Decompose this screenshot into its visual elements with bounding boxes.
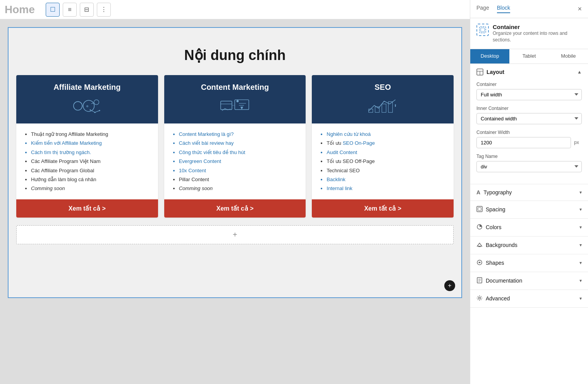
card-content-body: Content Marketing là gì? Cách viết bài r… xyxy=(164,123,306,199)
container-width-row: px xyxy=(476,137,582,148)
list-item[interactable]: Backlink xyxy=(327,175,446,184)
container-select[interactable]: Full width Contained width xyxy=(476,89,582,100)
toolbar-btn-more[interactable]: ⋮ xyxy=(97,3,111,17)
list-item: Pillar Content xyxy=(179,175,298,184)
colors-section[interactable]: Colors ▾ xyxy=(470,219,588,237)
list-item: Tối ưu SEO Off-Page xyxy=(327,157,446,166)
add-block-icon: + xyxy=(233,230,237,239)
card-seo-body: Nghiên cứu từ khoá Tối ưu SEO On-Page Au… xyxy=(312,123,454,199)
layout-icon xyxy=(476,69,483,75)
typography-section[interactable]: A Typography ▾ xyxy=(470,184,588,201)
svg-rect-23 xyxy=(481,28,485,32)
list-item[interactable]: Cách viết bài review hay xyxy=(179,139,298,147)
documentation-section[interactable]: Documentation ▾ xyxy=(470,272,588,290)
card-affiliate-title: Affiliate Marketing xyxy=(22,83,152,92)
inner-container-select[interactable]: Contained width Full width xyxy=(476,113,582,124)
layout-section-header[interactable]: Layout ▲ xyxy=(470,64,588,80)
list-item[interactable]: 10x Content xyxy=(179,166,298,175)
canvas: Nội dung chính Affiliate Marketing ⊕ xyxy=(8,27,462,298)
list-item: Technical SEO xyxy=(327,166,446,175)
svg-rect-22 xyxy=(480,27,486,33)
toolbar-btn-rows[interactable]: ≡ xyxy=(63,3,77,17)
advanced-chevron-icon: ▾ xyxy=(579,296,582,301)
xem-btn-affiliate[interactable]: Xem tất cả > xyxy=(16,199,158,218)
svg-point-6 xyxy=(89,109,91,110)
svg-rect-28 xyxy=(478,207,481,211)
shapes-label: Shapes xyxy=(486,260,504,266)
block-info: Container Organize your content into row… xyxy=(470,18,588,49)
card-affiliate-header: Affiliate Marketing ⊕ xyxy=(16,75,158,123)
typography-icon: A xyxy=(476,189,480,195)
list-item[interactable]: Internal link xyxy=(327,184,446,193)
responsive-tabs: Desktop Tablet Mobile xyxy=(470,49,588,64)
block-icon-box xyxy=(476,24,489,36)
panel-header: Page Block × xyxy=(470,0,588,18)
documentation-chevron-icon: ▾ xyxy=(579,278,582,283)
list-item: Comming soon xyxy=(31,184,150,193)
section-title: Nội dung chính xyxy=(16,47,454,63)
spacing-chevron-icon: ▾ xyxy=(579,207,582,212)
list-item[interactable]: Công thức viết tiêu đề thu hút xyxy=(179,148,298,157)
list-item[interactable]: Audit Content xyxy=(327,148,446,157)
editor-topbar: Home ☐ ≡ ⊟ ⋮ xyxy=(0,0,470,19)
affiliate-icon: ⊕ xyxy=(72,96,103,116)
svg-point-1 xyxy=(83,100,94,111)
list-item[interactable]: Content Marketing là gì? xyxy=(179,130,298,139)
block-info-text: Container Organize your content into row… xyxy=(493,24,582,43)
layout-label: Layout xyxy=(487,69,504,75)
list-item[interactable]: Evergreen Content xyxy=(179,157,298,166)
tab-desktop[interactable]: Desktop xyxy=(470,49,509,63)
svg-text:⊕: ⊕ xyxy=(86,105,88,108)
list-item[interactable]: Nghiên cứu từ khoá xyxy=(327,130,446,139)
card-affiliate-body: Thuật ngữ trong Affiliate Marketing Kiếm… xyxy=(16,123,158,199)
svg-text:⬆: ⬆ xyxy=(394,104,397,108)
tab-tablet[interactable]: Tablet xyxy=(509,49,548,63)
tab-mobile[interactable]: Mobile xyxy=(549,49,588,63)
right-panel: Page Block × Container Organize your con… xyxy=(470,0,588,384)
shapes-icon xyxy=(476,259,483,267)
container-form-group: Container Full width Contained width xyxy=(476,82,582,100)
tab-page[interactable]: Page xyxy=(476,5,489,13)
xem-btn-seo[interactable]: Xem tất cả > xyxy=(312,199,454,218)
toolbar-btn-cols[interactable]: ⊟ xyxy=(80,3,94,17)
card-content-header: Content Marketing xyxy=(164,75,306,123)
list-item: Các Affiliate Program Global xyxy=(31,166,150,175)
seo-icon: ⬆ xyxy=(367,96,398,116)
advanced-section[interactable]: Advanced ▾ xyxy=(470,290,588,308)
spacing-label: Spacing xyxy=(486,206,505,213)
svg-rect-27 xyxy=(477,206,482,212)
container-width-input[interactable] xyxy=(476,137,571,148)
page-title: Home xyxy=(5,3,35,16)
shapes-chevron-icon: ▾ xyxy=(579,260,582,266)
layout-section: Layout ▲ Container Full width Contained … xyxy=(470,64,588,184)
backgrounds-label: Backgrounds xyxy=(486,242,518,248)
shapes-section[interactable]: Shapes ▾ xyxy=(470,254,588,272)
backgrounds-section[interactable]: Backgrounds ▾ xyxy=(470,237,588,254)
tag-name-select[interactable]: div section article header footer xyxy=(476,161,582,172)
toolbar-btn-container[interactable]: ☐ xyxy=(46,3,60,17)
panel-close-button[interactable]: × xyxy=(578,5,582,13)
list-item[interactable]: Kiếm tiền với Affiliate Marketing xyxy=(31,139,150,147)
inner-container-form-group: Inner Container Contained width Full wid… xyxy=(476,106,582,124)
card-seo-header: SEO ⬆ xyxy=(312,75,454,123)
tab-block[interactable]: Block xyxy=(497,5,510,13)
expand-icon[interactable]: + xyxy=(444,280,455,291)
panel-tabs: Page Block xyxy=(476,5,510,13)
container-width-unit: px xyxy=(574,140,582,145)
content-icon xyxy=(219,96,250,116)
card-content: Content Marketing xyxy=(164,75,306,218)
list-item: Các Affiliate Program Việt Nam xyxy=(31,157,150,166)
list-item[interactable]: Cách tìm thị trường ngách. xyxy=(31,148,150,157)
svg-point-15 xyxy=(237,100,239,102)
card-affiliate: Affiliate Marketing ⊕ xyxy=(16,75,158,218)
cards-grid: Affiliate Marketing ⊕ xyxy=(16,75,454,218)
block-title: Container xyxy=(493,24,582,30)
xem-btn-content[interactable]: Xem tất cả > xyxy=(164,199,306,218)
container-icon xyxy=(479,26,486,33)
add-block-bar[interactable]: + xyxy=(16,225,454,244)
svg-point-7 xyxy=(94,112,95,113)
spacing-section[interactable]: Spacing ▾ xyxy=(470,201,588,219)
inner-container-label: Inner Container xyxy=(476,106,582,111)
svg-rect-9 xyxy=(221,101,232,110)
svg-marker-14 xyxy=(241,107,243,110)
